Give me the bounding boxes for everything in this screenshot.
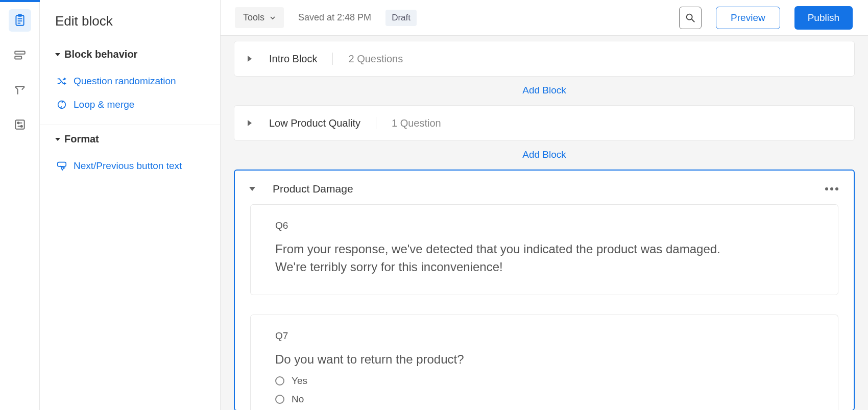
option-label: Yes: [292, 375, 307, 387]
caret-down-icon: [55, 53, 60, 56]
link-loop-merge[interactable]: Loop & merge: [55, 93, 205, 116]
saved-status: Saved at 2:48 PM: [298, 12, 371, 23]
question-text: From your response, we've detected that …: [275, 240, 735, 276]
divider: [376, 117, 376, 129]
block-intro[interactable]: Intro Block 2 Questions: [234, 41, 855, 77]
preview-button[interactable]: Preview: [716, 7, 780, 29]
link-label: Loop & merge: [74, 99, 134, 110]
question-id: Q7: [275, 330, 813, 342]
block-low-quality[interactable]: Low Product Quality 1 Question: [234, 105, 855, 141]
rail-survey-icon[interactable]: [9, 9, 31, 32]
svg-line-15: [692, 19, 695, 22]
rail-look-icon[interactable]: [9, 79, 31, 101]
loop-icon: [56, 99, 67, 110]
sidebar: Edit block Block behavior Question rando…: [40, 0, 221, 410]
question-id: Q6: [275, 220, 813, 231]
tools-label: Tools: [243, 12, 264, 23]
block-meta: 2 Questions: [348, 53, 403, 65]
draft-badge: Draft: [385, 10, 417, 26]
cursor-button-icon: [56, 160, 67, 172]
nav-rail: [0, 0, 40, 410]
sidebar-title: Edit block: [55, 13, 205, 29]
main: Tools Saved at 2:48 PM Draft Preview Pub…: [221, 0, 868, 410]
svg-point-14: [687, 14, 692, 19]
block-title: Product Damage: [266, 183, 353, 195]
section-label: Format: [64, 133, 99, 145]
question-q7[interactable]: Q7 Do you want to return the product? Ye…: [250, 315, 838, 410]
block-title: Intro Block: [262, 53, 317, 65]
collapse-icon[interactable]: [249, 187, 255, 191]
radio-icon: [275, 376, 284, 385]
expand-icon[interactable]: [248, 120, 252, 126]
publish-button[interactable]: Publish: [794, 6, 853, 30]
tools-dropdown[interactable]: Tools: [235, 7, 284, 28]
add-block-button[interactable]: Add Block: [234, 77, 855, 105]
option-yes[interactable]: Yes: [275, 375, 813, 387]
add-block-button[interactable]: Add Block: [234, 141, 855, 170]
rail-flow-icon[interactable]: [9, 44, 31, 66]
search-icon: [685, 12, 696, 23]
svg-rect-7: [15, 120, 24, 129]
svg-rect-5: [15, 51, 25, 54]
section-block-behavior[interactable]: Block behavior: [55, 49, 205, 60]
chevron-down-icon: [270, 15, 276, 21]
section-format[interactable]: Format: [55, 133, 205, 145]
svg-rect-0: [16, 15, 23, 26]
canvas: Intro Block 2 Questions Add Block Low Pr…: [221, 36, 868, 410]
block-more-menu[interactable]: [822, 184, 841, 194]
caret-down-icon: [55, 138, 60, 141]
block-product-damage[interactable]: Product Damage Q6 From your response, we…: [234, 170, 855, 410]
shuffle-icon: [56, 76, 67, 87]
link-label: Next/Previous button text: [74, 160, 182, 172]
link-question-randomization[interactable]: Question randomization: [55, 69, 205, 93]
section-label: Block behavior: [64, 49, 137, 60]
divider: [332, 53, 333, 65]
block-title: Low Product Quality: [262, 117, 360, 129]
search-button[interactable]: [679, 7, 702, 29]
rail-options-icon[interactable]: [9, 113, 31, 136]
link-nav-button-text[interactable]: Next/Previous button text: [55, 154, 205, 178]
question-text: Do you want to return the product?: [275, 351, 735, 369]
block-meta: 1 Question: [392, 117, 441, 129]
radio-icon: [275, 395, 284, 404]
svg-rect-13: [58, 162, 66, 166]
option-label: No: [292, 394, 304, 405]
option-no[interactable]: No: [275, 394, 813, 405]
question-q6[interactable]: Q6 From your response, we've detected th…: [250, 204, 838, 295]
svg-rect-6: [15, 56, 21, 59]
link-label: Question randomization: [74, 76, 176, 87]
topbar: Tools Saved at 2:48 PM Draft Preview Pub…: [221, 0, 868, 36]
expand-icon[interactable]: [248, 56, 252, 62]
divider: [40, 125, 220, 125]
svg-point-12: [58, 101, 66, 109]
